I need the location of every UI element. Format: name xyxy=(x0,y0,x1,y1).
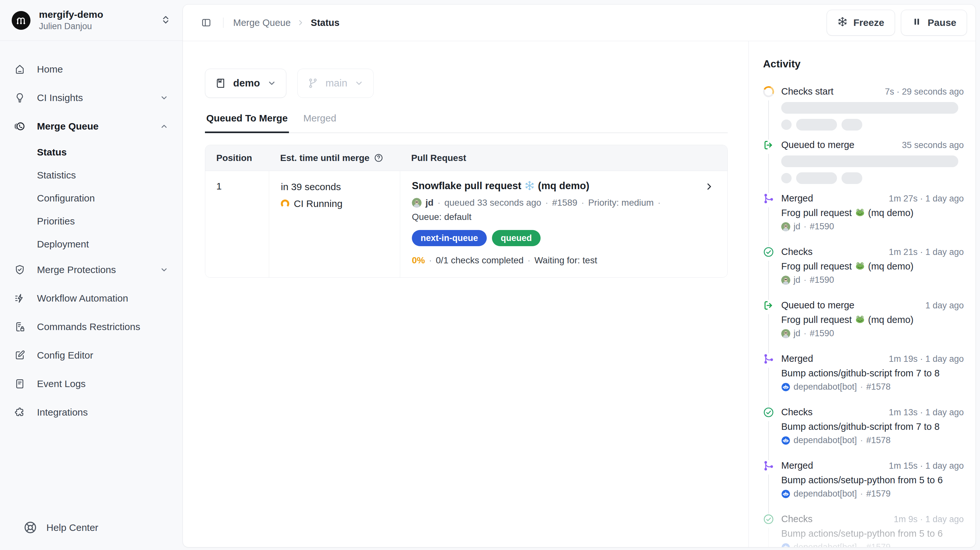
chevron-down-icon xyxy=(355,79,364,88)
pr-title[interactable]: Snowflake pull request (mq demo) xyxy=(412,180,589,192)
divider xyxy=(223,17,223,28)
activity-event[interactable]: Checks 1m 21s · 1 day ago Frog pull requ… xyxy=(763,247,964,300)
queue-table: Position Est. time until merge xyxy=(205,145,728,277)
chevron-right-icon[interactable] xyxy=(704,181,714,193)
breadcrumb-merge-queue[interactable]: Merge Queue xyxy=(233,17,291,28)
check-circle-icon xyxy=(763,407,774,418)
chevrons-up-down-icon[interactable] xyxy=(161,14,171,26)
column-header-position: Position xyxy=(205,145,269,171)
event-pr-number[interactable]: #1590 xyxy=(810,275,834,285)
activity-event[interactable]: Checks 1m 9s · 1 day ago Bump actions/se… xyxy=(763,514,964,547)
skeleton-bar xyxy=(796,172,837,184)
event-author: dependabot[bot] xyxy=(794,489,857,499)
event-pr-number[interactable]: #1578 xyxy=(866,382,891,392)
event-pr-title[interactable]: Bump actions/github-script from 7 to 8 xyxy=(781,422,964,432)
event-pr-title[interactable]: Frog pull request (mq demo) xyxy=(781,261,964,272)
activity-event[interactable]: Merged 1m 27s · 1 day ago Frog pull requ… xyxy=(763,193,964,247)
skeleton-bar xyxy=(781,102,958,114)
tab-queued-to-merge[interactable]: Queued To Merge xyxy=(205,113,289,133)
sidebar-item-workflow-automation[interactable]: Workflow Automation xyxy=(10,284,173,312)
breadcrumb: Merge Queue Status xyxy=(233,17,339,28)
timeline-connector xyxy=(768,207,769,247)
puzzle-icon xyxy=(14,407,25,418)
sidebar-item-event-logs[interactable]: Event Logs xyxy=(10,369,173,398)
mergify-logo xyxy=(12,11,30,30)
branch-value: main xyxy=(326,78,347,89)
tab-merged[interactable]: Merged xyxy=(302,113,337,133)
main-card: Merge Queue Status Fre xyxy=(183,4,976,547)
column-header-pull-request: Pull Request xyxy=(400,145,727,171)
waiting-for: Waiting for: test xyxy=(535,255,597,266)
sidebar-item-configuration[interactable]: Configuration xyxy=(10,187,173,209)
event-time: 1m 27s · 1 day ago xyxy=(889,194,964,204)
git-merge-icon xyxy=(763,193,774,204)
help-center-label: Help Center xyxy=(46,522,98,533)
event-label: Checks xyxy=(781,514,813,525)
event-label: Merged xyxy=(781,460,813,471)
sidebar-item-merge-protections[interactable]: Merge Protections xyxy=(10,255,173,284)
sidebar-item-home[interactable]: Home xyxy=(10,55,173,84)
event-pr-number[interactable]: #1578 xyxy=(866,435,891,445)
event-pr-number[interactable]: #1590 xyxy=(810,328,834,339)
frog-emoji xyxy=(855,208,865,217)
sidebar-item-merge-queue[interactable]: Merge Queue xyxy=(10,112,173,141)
activity-event[interactable]: Queued to merge 1 day ago Frog pull requ… xyxy=(763,300,964,353)
sidebar-item-status[interactable]: Status xyxy=(10,141,173,163)
event-time: 35 seconds ago xyxy=(902,140,964,150)
event-label: Checks start xyxy=(781,86,834,97)
pr-author[interactable]: jd xyxy=(425,198,434,208)
sidebar-toggle-button[interactable] xyxy=(199,16,213,30)
event-author: jd xyxy=(794,222,800,231)
sidebar-item-priorities[interactable]: Priorities xyxy=(10,209,173,233)
help-circle-icon[interactable] xyxy=(374,153,383,163)
timeline-connector xyxy=(768,474,769,514)
sidebar-item-help-center[interactable]: Help Center xyxy=(0,520,183,550)
event-author: dependabot[bot] xyxy=(794,542,857,547)
eta-value: in 39 seconds xyxy=(281,181,400,192)
snowflake-emoji xyxy=(525,181,535,190)
pull-request-cell: Snowflake pull request (mq demo) jd xyxy=(400,171,727,277)
activity-event[interactable]: Queued to merge 35 seconds ago xyxy=(763,139,964,193)
topbar: Merge Queue Status Fre xyxy=(183,5,975,41)
event-author: dependabot[bot] xyxy=(794,435,857,445)
event-pr-number[interactable]: #1579 xyxy=(866,542,891,547)
label-badge[interactable]: queued xyxy=(492,230,541,246)
sidebar-item-config-editor[interactable]: Config Editor xyxy=(10,341,173,369)
branch-selector[interactable]: main xyxy=(298,69,374,98)
activity-event[interactable]: Merged 1m 15s · 1 day ago Bump actions/s… xyxy=(763,460,964,514)
freeze-button[interactable]: Freeze xyxy=(827,10,895,36)
sidebar-item-statistics[interactable]: Statistics xyxy=(10,163,173,187)
avatar-jd xyxy=(781,329,790,338)
dependabot-icon xyxy=(781,490,790,499)
event-pr-number[interactable]: #1590 xyxy=(810,222,834,231)
pause-icon xyxy=(912,16,922,29)
org-owner: Julien Danjou xyxy=(39,21,103,32)
pr-priority: Priority: medium xyxy=(588,198,654,208)
sidebar-item-integrations[interactable]: Integrations xyxy=(10,398,173,426)
git-merge-icon xyxy=(763,353,774,365)
event-pr-title[interactable]: Bump actions/setup-python from 5 to 6 xyxy=(781,475,964,485)
progress-percent: 0% xyxy=(412,255,425,266)
event-pr-title[interactable]: Frog pull request (mq demo) xyxy=(781,314,964,325)
event-time: 1m 19s · 1 day ago xyxy=(889,354,964,364)
activity-event[interactable]: Merged 1m 19s · 1 day ago Bump actions/g… xyxy=(763,353,964,407)
timeline-connector xyxy=(768,261,769,300)
pause-button[interactable]: Pause xyxy=(901,10,967,36)
repository-selector[interactable]: demo xyxy=(205,69,286,98)
queue-row[interactable]: 1 in 39 seconds CI Running Snowflake pul… xyxy=(205,171,727,277)
org-switcher[interactable]: mergify-demo Julien Danjou xyxy=(0,0,183,41)
event-pr-number[interactable]: #1579 xyxy=(866,489,891,499)
sidebar-item-deployment[interactable]: Deployment xyxy=(10,233,173,255)
event-pr-title[interactable]: Bump actions/github-script from 7 to 8 xyxy=(781,368,964,379)
activity-event[interactable]: Checks start 7s · 29 seconds ago xyxy=(763,86,964,139)
chevron-down-icon xyxy=(160,266,168,274)
label-badge[interactable]: next-in-queue xyxy=(412,230,487,246)
event-pr-title[interactable]: Frog pull request (mq demo) xyxy=(781,208,964,218)
skeleton-bar xyxy=(781,155,958,167)
activity-event[interactable]: Checks 1m 13s · 1 day ago Bump actions/g… xyxy=(763,407,964,460)
timeline-connector xyxy=(768,314,769,353)
sidebar-item-ci-insights[interactable]: CI Insights xyxy=(10,84,173,112)
pr-number[interactable]: #1589 xyxy=(552,198,577,208)
sidebar-item-commands-restrictions[interactable]: Commands Restrictions xyxy=(10,312,173,341)
event-pr-title[interactable]: Bump actions/setup-python from 5 to 6 xyxy=(781,528,964,539)
